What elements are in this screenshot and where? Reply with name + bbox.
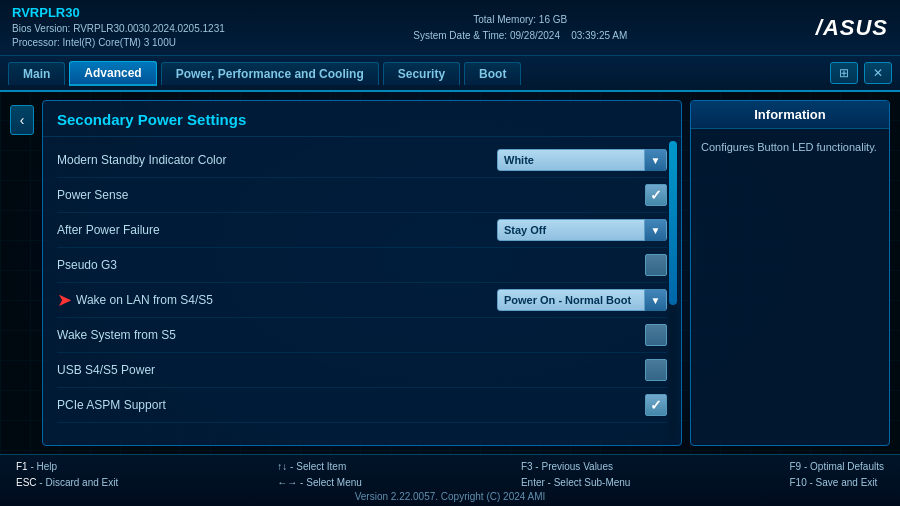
scrollbar-thumb[interactable] (669, 141, 677, 305)
arrows-label: ↑↓ - Select Item (277, 461, 346, 472)
asus-logo: /ASUS (816, 15, 888, 41)
bios-info: Bios Version: RVRPLR30.0030.2024.0205.12… (12, 22, 225, 50)
tab-advanced[interactable]: Advanced (69, 61, 156, 86)
setting-label-pseudo-g3: Pseudo G3 (57, 258, 645, 272)
setting-control-wake-system-s5 (645, 324, 667, 346)
monitor-icon-button[interactable]: ⊞ (830, 62, 858, 84)
setting-label-after-power-failure: After Power Failure (57, 223, 497, 237)
tab-security[interactable]: Security (383, 62, 460, 85)
esc-key: ESC (16, 477, 37, 488)
setting-control-usb-s4s5 (645, 359, 667, 381)
checkbox-pseudo-g3[interactable] (645, 254, 667, 276)
enter-label: Enter - Select Sub-Menu (521, 477, 631, 488)
memory-info: Total Memory: 16 GB (413, 12, 627, 28)
footer-f9-f10: F9 - Optimal Defaults F10 - Save and Exi… (789, 459, 883, 491)
tab-boot[interactable]: Boot (464, 62, 521, 85)
nav-bar: Main Advanced Power, Performance and Coo… (0, 56, 900, 92)
close-icon-button[interactable]: ✕ (864, 62, 892, 84)
setting-row-after-power-failure: After Power Failure Stay Off ▼ (57, 213, 667, 248)
checkbox-power-sense[interactable] (645, 184, 667, 206)
info-title: Information (691, 101, 889, 129)
dropdown-after-power-failure-arrow: ▼ (644, 219, 666, 241)
memory-label: Total Memory: (473, 14, 536, 25)
header-right: /ASUS (816, 15, 888, 41)
back-button[interactable]: ‹ (10, 105, 34, 135)
time-value: 03:39:25 AM (571, 30, 627, 41)
setting-control-pseudo-g3 (645, 254, 667, 276)
model-name: RVRPLR30 (12, 5, 225, 20)
setting-row-pseudo-g3: Pseudo G3 (57, 248, 667, 283)
footer: F1 - Help ESC - Discard and Exit ↑↓ - Se… (0, 454, 900, 506)
processor-label: Processor: (12, 37, 60, 48)
setting-label-power-sense: Power Sense (57, 188, 645, 202)
setting-row-pcie-aspm: PCIe ASPM Support (57, 388, 667, 423)
bios-label: Bios Version: (12, 23, 70, 34)
dropdown-wake-on-lan[interactable]: Power On - Normal Boot ▼ (497, 289, 667, 311)
tab-main[interactable]: Main (8, 62, 65, 85)
setting-label-wake-system-s5: Wake System from S5 (57, 328, 645, 342)
setting-row-power-sense: Power Sense (57, 178, 667, 213)
setting-row-native-acpi: Native ACPI OS PCIe Support (57, 423, 667, 427)
setting-label-usb-s4s5: USB S4/S5 Power (57, 363, 645, 377)
checkbox-usb-s4s5[interactable] (645, 359, 667, 381)
datetime-label: System Date & Time: (413, 30, 507, 41)
footer-navigate: ↑↓ - Select Item ←→ - Select Menu (277, 459, 361, 491)
settings-title: Secondary Power Settings (43, 111, 681, 137)
scrollbar-track (669, 141, 677, 439)
f3-label: F3 - Previous Values (521, 461, 613, 472)
settings-list: Modern Standby Indicator Color White ▼ P… (43, 143, 681, 427)
header-left: RVRPLR30 Bios Version: RVRPLR30.0030.202… (12, 5, 225, 50)
header: RVRPLR30 Bios Version: RVRPLR30.0030.202… (0, 0, 900, 56)
setting-row-usb-s4s5: USB S4/S5 Power (57, 353, 667, 388)
setting-label-pcie-aspm: PCIe ASPM Support (57, 398, 645, 412)
dropdown-wake-on-lan-arrow: ▼ (644, 289, 666, 311)
header-center: Total Memory: 16 GB System Date & Time: … (413, 12, 627, 44)
info-body: Configures Button LED functionality. (691, 129, 889, 166)
dropdown-after-power-failure[interactable]: Stay Off ▼ (497, 219, 667, 241)
setting-label-modern-standby: Modern Standby Indicator Color (57, 153, 497, 167)
info-panel: Information Configures Button LED functi… (690, 100, 890, 446)
setting-row-wake-system-s5: Wake System from S5 (57, 318, 667, 353)
setting-row-wake-on-lan: ➤ Wake on LAN from S4/S5 Power On - Norm… (57, 283, 667, 318)
setting-control-pcie-aspm (645, 394, 667, 416)
arrows2-label: ←→ - Select Menu (277, 477, 361, 488)
setting-control-modern-standby: White ▼ (497, 149, 667, 171)
dropdown-modern-standby-value: White (498, 154, 644, 166)
footer-help: F1 - Help ESC - Discard and Exit (16, 459, 118, 491)
nav-right: ⊞ ✕ (830, 62, 892, 84)
footer-top: F1 - Help ESC - Discard and Exit ↑↓ - Se… (16, 459, 884, 491)
settings-panel: Secondary Power Settings Modern Standby … (42, 100, 682, 446)
setting-control-power-sense (645, 184, 667, 206)
setting-control-after-power-failure: Stay Off ▼ (497, 219, 667, 241)
tab-power[interactable]: Power, Performance and Cooling (161, 62, 379, 85)
setting-row-modern-standby: Modern Standby Indicator Color White ▼ (57, 143, 667, 178)
datetime-info: System Date & Time: 09/28/2024 03:39:25 … (413, 28, 627, 44)
setting-label-wake-on-lan: ➤ Wake on LAN from S4/S5 (57, 289, 497, 311)
dropdown-after-power-failure-value: Stay Off (498, 224, 644, 236)
dropdown-wake-on-lan-value: Power On - Normal Boot (498, 294, 644, 306)
processor-value: Intel(R) Core(TM) 3 100U (63, 37, 176, 48)
f1-key: F1 (16, 461, 28, 472)
footer-f3: F3 - Previous Values Enter - Select Sub-… (521, 459, 631, 491)
f9-label: F9 - Optimal Defaults (789, 461, 883, 472)
checkbox-pcie-aspm[interactable] (645, 394, 667, 416)
bios-version: RVRPLR30.0030.2024.0205.1231 (73, 23, 225, 34)
dropdown-modern-standby[interactable]: White ▼ (497, 149, 667, 171)
f10-label: F10 - Save and Exit (789, 477, 877, 488)
footer-version: Version 2.22.0057. Copyright (C) 2024 AM… (16, 491, 884, 502)
memory-value: 16 GB (539, 14, 567, 25)
checkbox-wake-system-s5[interactable] (645, 324, 667, 346)
datetime-value: 09/28/2024 (510, 30, 560, 41)
red-arrow-indicator: ➤ (57, 289, 72, 311)
setting-control-wake-on-lan: Power On - Normal Boot ▼ (497, 289, 667, 311)
dropdown-modern-standby-arrow: ▼ (644, 149, 666, 171)
main-content: ‹ Secondary Power Settings Modern Standb… (0, 92, 900, 454)
